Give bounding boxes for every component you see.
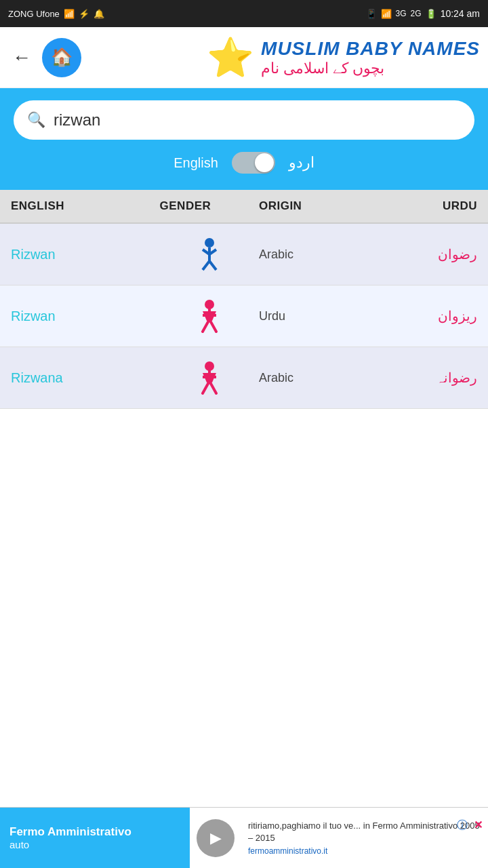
app-title: MUSLIM BABY NAMES بچوں کے اسلامی نام: [261, 38, 480, 77]
notification-icon: 🔔: [94, 9, 104, 19]
svg-point-6: [205, 300, 214, 309]
star-logo-icon: ⭐: [207, 35, 254, 80]
toggle-thumb: [255, 153, 274, 172]
name-english-3[interactable]: Rizwana: [11, 370, 160, 386]
name-urdu-3: رضوانہ: [378, 370, 477, 386]
gender-male-icon-1: [160, 237, 259, 271]
ad-close-button[interactable]: ✕: [474, 818, 483, 831]
play-icon: ▶: [210, 829, 222, 847]
name-urdu-2: ریزوان: [378, 308, 477, 324]
gender-female-icon-2: [160, 299, 259, 333]
home-button[interactable]: 🏠: [42, 38, 81, 77]
ad-right-section: ⓘ ✕ ritiriamo,paghiamo il tuo ve... in F…: [241, 814, 488, 862]
home-icon: 🏠: [51, 47, 73, 68]
status-right: 📱 📶 3G 2G 🔋 10:24 am: [366, 8, 480, 19]
svg-line-4: [203, 261, 209, 270]
search-area: 🔍 English اردو: [0, 88, 488, 190]
usb-icon: ⚡: [79, 9, 89, 19]
status-carrier: ZONG Ufone 📶 ⚡ 🔔: [8, 9, 104, 19]
app-bar: ← 🏠 ⭐ MUSLIM BABY NAMES بچوں کے اسلامی ن…: [0, 27, 488, 88]
ad-info-button[interactable]: ⓘ: [457, 818, 468, 833]
origin-3: Arabic: [259, 371, 378, 385]
origin-2: Urdu: [259, 309, 378, 323]
col-header-origin: ORIGIN: [259, 199, 378, 213]
network-3g: 3G: [396, 9, 407, 18]
name-english-2[interactable]: Rizwan: [11, 309, 160, 324]
ad-url[interactable]: fermoamministrativo.it: [248, 846, 481, 856]
urdu-label: اردو: [289, 154, 314, 172]
table-header: ENGLISH GENDER ORIGIN URDU: [0, 190, 488, 224]
language-toggle-switch[interactable]: [232, 152, 275, 174]
carrier-text: ZONG Ufone: [8, 9, 60, 19]
gender-female-icon-3: [160, 361, 259, 395]
sim-icon: 📶: [64, 9, 75, 19]
ad-description: ritiriamo,paghiamo il tuo ve... in Fermo…: [248, 821, 480, 843]
table-row[interactable]: Rizwan Urdu ریزوان: [0, 285, 488, 347]
origin-1: Arabic: [259, 248, 378, 262]
table-row[interactable]: Rizwan Arabic رضوان: [0, 224, 488, 285]
col-header-english: ENGLISH: [11, 199, 160, 213]
time-display: 10:24 am: [441, 8, 480, 19]
svg-line-5: [209, 261, 216, 270]
search-box: 🔍: [14, 100, 474, 140]
name-urdu-1: رضوان: [378, 246, 477, 262]
search-icon: 🔍: [27, 111, 45, 129]
network-2g: 2G: [411, 9, 422, 18]
app-title-english: MUSLIM BABY NAMES: [261, 38, 480, 60]
app-title-urdu: بچوں کے اسلامی نام: [261, 60, 384, 77]
col-header-urdu: URDU: [378, 199, 477, 213]
search-input[interactable]: [54, 111, 461, 130]
svg-point-0: [205, 238, 214, 248]
ad-banner: Fermo Amministrativo auto ▶ ⓘ ✕ ritiriam…: [0, 807, 488, 868]
ad-play-button[interactable]: ▶: [197, 819, 235, 857]
table-row[interactable]: Rizwana Arabic رضوانہ: [0, 347, 488, 409]
battery-icon: 🔋: [426, 9, 436, 19]
col-header-gender: GENDER: [160, 199, 259, 213]
english-label: English: [174, 155, 218, 171]
phone-icon: 📱: [366, 9, 377, 19]
language-toggle: English اردو: [14, 152, 474, 174]
ad-left-section: Fermo Amministrativo auto: [0, 808, 190, 869]
ad-subtitle: auto: [9, 839, 180, 850]
name-english-1[interactable]: Rizwan: [11, 247, 160, 262]
main-content: ENGLISH GENDER ORIGIN URDU Rizwan Arabic…: [0, 190, 488, 470]
app-title-area: ⭐ MUSLIM BABY NAMES بچوں کے اسلامی نام: [207, 35, 480, 80]
svg-point-8: [205, 361, 214, 371]
wifi-icon: 📶: [381, 9, 392, 19]
ad-title: Fermo Amministrativo: [9, 825, 180, 839]
status-bar: ZONG Ufone 📶 ⚡ 🔔 📱 📶 3G 2G 🔋 10:24 am: [0, 0, 488, 27]
back-button[interactable]: ←: [8, 43, 35, 73]
